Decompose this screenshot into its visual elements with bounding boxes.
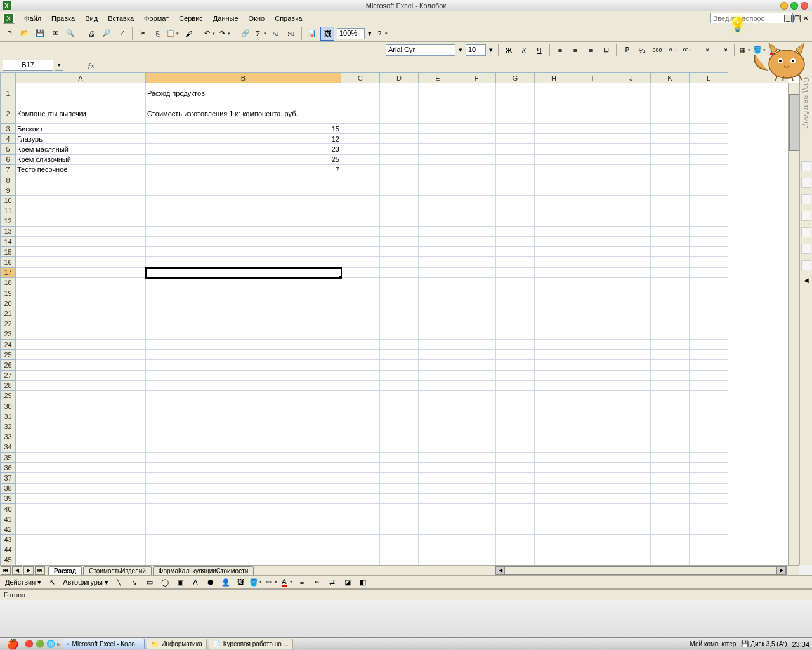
cell-A38[interactable] bbox=[16, 484, 146, 494]
cell-K10[interactable] bbox=[651, 196, 690, 206]
cell-F19[interactable] bbox=[457, 288, 496, 298]
cell-K14[interactable] bbox=[651, 237, 690, 247]
cell-F3[interactable] bbox=[457, 124, 496, 134]
row-header-18[interactable]: 18 bbox=[0, 278, 16, 288]
cell-C1[interactable] bbox=[341, 83, 380, 103]
cell-I21[interactable] bbox=[573, 308, 612, 319]
increase-indent-icon[interactable]: ⇥ bbox=[717, 43, 731, 57]
cell-G22[interactable] bbox=[496, 319, 535, 329]
cell-F14[interactable] bbox=[457, 237, 496, 247]
cell-D34[interactable] bbox=[380, 442, 419, 453]
cell-J42[interactable] bbox=[612, 524, 651, 534]
cell-E1[interactable] bbox=[419, 83, 457, 103]
cell-F42[interactable] bbox=[457, 524, 496, 534]
new-icon[interactable]: 🗋 bbox=[3, 27, 16, 41]
cell-J26[interactable] bbox=[612, 360, 651, 370]
cell-F27[interactable] bbox=[457, 371, 496, 381]
cell-D30[interactable] bbox=[380, 401, 419, 411]
cell-K25[interactable] bbox=[651, 350, 690, 360]
cell-F7[interactable] bbox=[457, 165, 496, 175]
line-icon[interactable]: ╲ bbox=[112, 575, 126, 589]
cell-H33[interactable] bbox=[535, 432, 573, 442]
cell-B4[interactable]: 12 bbox=[146, 134, 341, 144]
cell-K1[interactable] bbox=[651, 83, 690, 103]
cell-B13[interactable] bbox=[146, 227, 341, 237]
tab-nav-first[interactable]: ⏮ bbox=[1, 566, 11, 575]
cell-E13[interactable] bbox=[419, 227, 457, 237]
cell-E10[interactable] bbox=[419, 196, 457, 206]
cell-K29[interactable] bbox=[651, 391, 690, 401]
cell-B44[interactable] bbox=[146, 545, 341, 555]
excel-doc-icon[interactable]: X bbox=[3, 13, 15, 24]
cell-D27[interactable] bbox=[380, 371, 419, 381]
cell-D23[interactable] bbox=[380, 329, 419, 340]
cell-D24[interactable] bbox=[380, 340, 419, 350]
cell-L35[interactable] bbox=[690, 453, 728, 463]
floppy-icon[interactable]: 💾 Диск 3,5 (A:) bbox=[741, 640, 787, 647]
cell-F38[interactable] bbox=[457, 484, 496, 494]
cell-J9[interactable] bbox=[612, 185, 651, 196]
cell-I38[interactable] bbox=[573, 484, 612, 494]
col-header-C[interactable]: C bbox=[341, 72, 380, 83]
cell-L34[interactable] bbox=[690, 442, 728, 453]
cell-K19[interactable] bbox=[651, 288, 690, 298]
draw-actions-menu[interactable]: Действия ▾ bbox=[3, 577, 44, 588]
cell-L10[interactable] bbox=[690, 196, 728, 206]
cell-H16[interactable] bbox=[535, 257, 573, 267]
cell-C2[interactable] bbox=[341, 103, 380, 124]
maximize-button[interactable] bbox=[790, 2, 798, 10]
cell-K22[interactable] bbox=[651, 319, 690, 329]
cell-A35[interactable] bbox=[16, 453, 146, 463]
cell-D15[interactable] bbox=[380, 247, 419, 257]
cell-J35[interactable] bbox=[612, 453, 651, 463]
cell-H21[interactable] bbox=[535, 308, 573, 319]
row-header-27[interactable]: 27 bbox=[0, 371, 16, 381]
cell-J37[interactable] bbox=[612, 473, 651, 483]
tray-icon-1[interactable]: 🔴 bbox=[25, 640, 34, 648]
cell-G21[interactable] bbox=[496, 308, 535, 319]
cell-E35[interactable] bbox=[419, 453, 457, 463]
pivot-tool-1[interactable] bbox=[801, 161, 811, 171]
autoshapes-menu[interactable]: Автофигуры ▾ bbox=[60, 577, 111, 588]
cell-I33[interactable] bbox=[573, 432, 612, 442]
cell-D8[interactable] bbox=[380, 175, 419, 185]
cell-H5[interactable] bbox=[535, 144, 573, 154]
cell-C8[interactable] bbox=[341, 175, 380, 185]
cell-I29[interactable] bbox=[573, 391, 612, 401]
cell-G37[interactable] bbox=[496, 473, 535, 483]
cell-K40[interactable] bbox=[651, 504, 690, 514]
cell-I44[interactable] bbox=[573, 545, 612, 555]
mdi-close[interactable]: ✕ bbox=[802, 15, 809, 22]
cell-H10[interactable] bbox=[535, 196, 573, 206]
cell-I25[interactable] bbox=[573, 350, 612, 360]
cell-D12[interactable] bbox=[380, 216, 419, 227]
sort-desc-icon[interactable]: Я↓ bbox=[284, 27, 298, 41]
cell-D39[interactable] bbox=[380, 494, 419, 504]
cell-L30[interactable] bbox=[690, 401, 728, 411]
cell-G12[interactable] bbox=[496, 216, 535, 227]
cell-L36[interactable] bbox=[690, 463, 728, 473]
cell-I17[interactable] bbox=[573, 268, 612, 278]
cell-A25[interactable] bbox=[16, 350, 146, 360]
cell-J15[interactable] bbox=[612, 247, 651, 257]
cell-K23[interactable] bbox=[651, 329, 690, 340]
cell-J44[interactable] bbox=[612, 545, 651, 555]
horizontal-scrollbar[interactable]: ◀▶ bbox=[495, 566, 787, 575]
row-header-25[interactable]: 25 bbox=[0, 350, 16, 360]
cell-K7[interactable] bbox=[651, 165, 690, 175]
cell-K44[interactable] bbox=[651, 545, 690, 555]
cell-H30[interactable] bbox=[535, 401, 573, 411]
cell-I19[interactable] bbox=[573, 288, 612, 298]
cell-C28[interactable] bbox=[341, 381, 380, 391]
cell-G34[interactable] bbox=[496, 442, 535, 453]
cell-J13[interactable] bbox=[612, 227, 651, 237]
cell-I3[interactable] bbox=[573, 124, 612, 134]
cell-A3[interactable]: Бисквит bbox=[16, 124, 146, 134]
cell-C44[interactable] bbox=[341, 545, 380, 555]
cell-C23[interactable] bbox=[341, 329, 380, 340]
cell-H42[interactable] bbox=[535, 524, 573, 534]
cell-K39[interactable] bbox=[651, 494, 690, 504]
cell-E41[interactable] bbox=[419, 514, 457, 524]
cell-A40[interactable] bbox=[16, 504, 146, 514]
cell-L16[interactable] bbox=[690, 257, 728, 267]
